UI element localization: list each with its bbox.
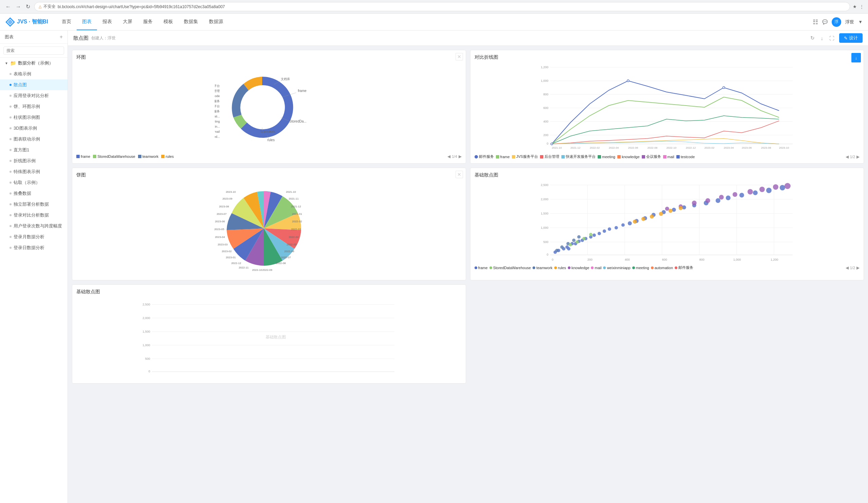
search-input[interactable] [3, 47, 64, 55]
grid-icon[interactable]: ☷ [813, 18, 818, 26]
svg-text:2022-01: 2022-01 [292, 212, 302, 215]
bookmark-icon[interactable]: ★ [853, 4, 857, 9]
sidebar-item-drill[interactable]: 钻取（示例） [0, 177, 68, 188]
sidebar-item-user-login[interactable]: 用户登录次数与跨度幅度 [0, 221, 68, 231]
svg-point-144 [773, 184, 778, 190]
nav-charts[interactable]: 图表 [77, 14, 97, 30]
nav-templates[interactable]: 模板 [158, 14, 178, 30]
menu-icon[interactable]: ⋮ [859, 4, 864, 9]
svg-text:1,200: 1,200 [541, 66, 548, 69]
svg-text:2,500: 2,500 [143, 303, 150, 306]
content-area: 散点图 创建人：浮世 ↻ ↓ ⛶ ✎ 设计 环图 ✕ [68, 31, 868, 503]
app-logo-text: JVS · 智能BI [17, 18, 48, 26]
address-bar[interactable]: △ 不安全 bi.bctools.cn/#/chart-design-ui/ch… [34, 2, 850, 11]
svg-text:0: 0 [546, 142, 548, 145]
fullscreen-button[interactable]: ⛶ [828, 34, 836, 42]
legend-label: frame [500, 155, 510, 159]
svg-text:2023-01: 2023-01 [226, 256, 236, 259]
scatter1-legend-nav[interactable]: ◀ 1/2 ▶ [846, 265, 859, 270]
message-icon[interactable]: 💬 [822, 19, 828, 24]
legend-color [591, 266, 593, 269]
scatter-chart1-svg: 2,500 2,000 1,500 1,000 500 0 0 200 400 … [475, 181, 860, 262]
sidebar-item-linked[interactable]: 图表联动示例 [0, 134, 68, 144]
page-actions[interactable]: ↻ ↓ ⛶ ✎ 设计 [809, 33, 863, 43]
avatar[interactable]: 浮 [832, 17, 841, 27]
legend-item-frame: frame [76, 154, 90, 159]
sidebar-header: 图表 + [0, 31, 68, 44]
svg-text:2021-10: 2021-10 [286, 190, 296, 193]
sidebar-item-special[interactable]: 特殊图表示例 [0, 166, 68, 177]
donut-chart-container: frame StoredDa... teamwork rules 快速开发服务平… [76, 63, 462, 151]
legend-navigation[interactable]: ◀ 1/4 ▶ [447, 154, 461, 159]
svg-point-158 [575, 240, 579, 244]
line-legend-nav[interactable]: ◀ 1/2 ▶ [846, 154, 859, 159]
nav-item-label: 用户登录次数与跨度幅度 [13, 223, 62, 229]
nav-datasources[interactable]: 数据源 [204, 14, 229, 30]
legend-prev-button[interactable]: ◀ [447, 154, 451, 159]
sidebar-item-3d[interactable]: 3D图表示例 [0, 123, 68, 134]
pie-close-button[interactable]: ✕ [456, 171, 463, 178]
design-button[interactable]: ✎ 设计 [839, 33, 862, 43]
chevron-down-icon[interactable]: ▼ [858, 19, 862, 24]
nav-home[interactable]: 首页 [56, 14, 77, 30]
sidebar-item-stacked[interactable]: 推叠数据 [0, 188, 68, 199]
svg-point-135 [779, 185, 785, 190]
legend-color [676, 155, 680, 159]
legend-item-backend: 后台管理 [540, 154, 559, 159]
sidebar-item-daily[interactable]: 登录日数据分析 [0, 242, 68, 253]
add-chart-button[interactable]: + [60, 34, 63, 40]
sidebar-item-monthly[interactable]: 登录月数据分析 [0, 231, 68, 242]
scatter-chart2-svg: 2,500 2,000 1,500 1,000 500 0 基础散点图 [76, 298, 462, 379]
line-legend-prev[interactable]: ◀ [846, 154, 849, 159]
forward-button[interactable]: → [14, 3, 22, 11]
nav-item-label: 钻取（示例） [13, 180, 40, 186]
folder-icon: 📁 [10, 60, 16, 66]
scatter1-legend-next[interactable]: ▶ [857, 265, 859, 270]
folder-item-data-analysis[interactable]: ▼ 📁 数据分析（示例） [0, 58, 68, 69]
app-navigation[interactable]: 首页 图表 报表 大屏 服务 模板 数据集 数据源 [56, 14, 229, 30]
download-button[interactable]: ↓ [819, 34, 825, 42]
nav-dot-icon [10, 225, 11, 227]
svg-text:2022-12: 2022-12 [685, 146, 696, 149]
nav-item-label: 推叠数据 [13, 190, 31, 197]
sidebar-item-line[interactable]: 折线图示例 [0, 155, 68, 166]
sidebar-item-login-analysis[interactable]: 应用登录对比分析 [0, 90, 68, 101]
nav-services[interactable]: 服务 [138, 14, 158, 30]
line-legend-next[interactable]: ▶ [857, 154, 859, 159]
line-chart-svg: 1,200 1,000 800 600 400 200 0 [475, 63, 860, 151]
nav-dot-icon [10, 203, 11, 205]
nav-item-label: 折线图示例 [13, 158, 35, 164]
back-button[interactable]: ← [4, 3, 12, 11]
sidebar-item-histogram[interactable]: 直方图1 [0, 144, 68, 155]
svg-point-139 [705, 198, 710, 203]
pie-chart-svg: 2021-10 2021-11 2021-12 2022-01 2022-02 … [208, 181, 330, 276]
legend-color [475, 266, 477, 269]
svg-point-120 [621, 223, 624, 227]
donut-close-button[interactable]: ✕ [456, 53, 463, 60]
app-logo: JVS · 智能BI [6, 17, 48, 27]
refresh-button[interactable]: ↻ [24, 3, 32, 11]
svg-text:2022-06: 2022-06 [284, 250, 294, 253]
browser-navigation[interactable]: ← → ↻ [4, 3, 32, 11]
scatter1-legend-prev[interactable]: ◀ [846, 265, 849, 270]
scatter-chart1-card: 基础散点图 2,500 2,000 1,500 1,000 500 0 0 20… [470, 168, 864, 280]
refresh-chart-button[interactable]: ↻ [809, 34, 816, 42]
legend-color [632, 266, 635, 269]
sidebar-item-standalone[interactable]: 独立部署分析数据 [0, 199, 68, 210]
sidebar-item-scatter[interactable]: 散点图 [0, 79, 68, 90]
line-download-button[interactable]: ↓ [851, 53, 861, 62]
sidebar-item-table-example[interactable]: 表格示例 [0, 69, 68, 79]
svg-text:2022-06: 2022-06 [628, 146, 638, 149]
legend-item-teamwork: teamwork [138, 154, 159, 159]
svg-text:2022-11: 2022-11 [238, 266, 249, 269]
svg-text:1,000: 1,000 [143, 343, 150, 347]
legend-next-button[interactable]: ▶ [458, 154, 462, 159]
sidebar-item-bar[interactable]: 柱状图示例图 [0, 112, 68, 123]
sidebar-item-login-compare[interactable]: 登录对比分析数据 [0, 210, 68, 221]
nav-reports[interactable]: 报表 [97, 14, 117, 30]
legend-item-jvs: JVS服务平台 [512, 154, 538, 159]
nav-display[interactable]: 大屏 [117, 14, 138, 30]
nav-datasets[interactable]: 数据集 [178, 14, 204, 30]
sidebar-item-pie[interactable]: 饼、环图示例 [0, 101, 68, 112]
svg-point-131 [725, 195, 730, 200]
